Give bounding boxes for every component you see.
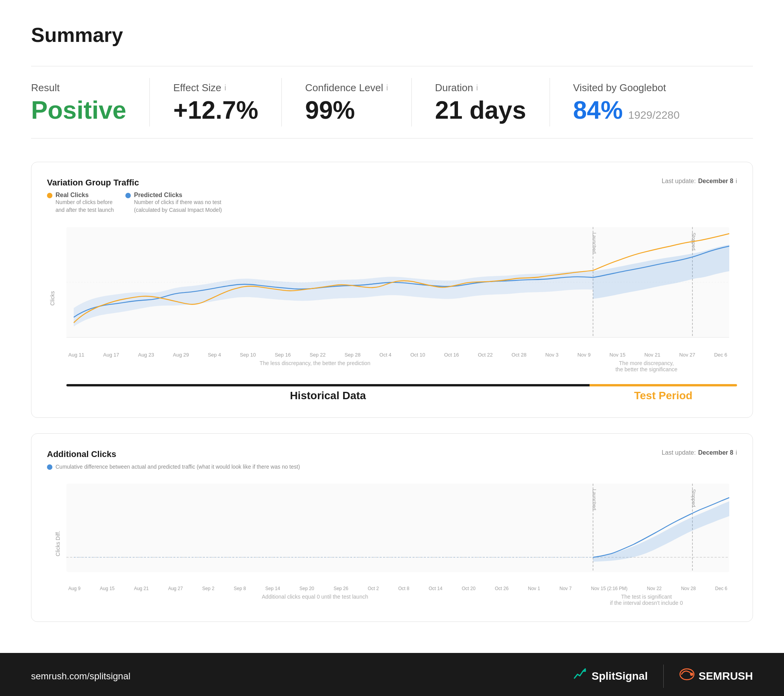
- timeline-labels: Historical Data Test Period: [66, 390, 737, 402]
- chart2-info-icon[interactable]: i: [735, 449, 737, 456]
- chart1-last-update: Last update: December 8 i: [662, 178, 737, 185]
- duration-label: Duration i: [435, 82, 526, 94]
- confidence-label: Confidence Level i: [305, 82, 388, 94]
- effect-size-label: Effect Size i: [173, 82, 258, 94]
- legend-cumulative-label: Cumulative difference between actual and…: [56, 463, 300, 471]
- effect-size-info-icon[interactable]: i: [224, 83, 226, 92]
- effect-size-value: +12.7%: [173, 98, 258, 123]
- metrics-row: Result Positive Effect Size i +12.7% Con…: [31, 66, 753, 139]
- duration-info-icon[interactable]: i: [476, 83, 478, 92]
- duration-metric: Duration i 21 days: [435, 78, 550, 126]
- result-label: Result: [31, 82, 126, 94]
- chart2-title: Additional Clicks: [47, 449, 300, 459]
- historical-data-label: Historical Data: [66, 390, 590, 402]
- chart2-note-bottom: Additional clicks equal 0 until the test…: [66, 594, 564, 606]
- confidence-metric: Confidence Level i 99%: [305, 78, 411, 126]
- chart2-bottom-notes: Additional clicks equal 0 until the test…: [66, 594, 729, 606]
- chart2-header: Additional Clicks Cumulative difference …: [47, 449, 737, 473]
- semrush-icon: [679, 667, 695, 685]
- footer-divider: [663, 665, 664, 688]
- legend-predicted-dot: [125, 193, 131, 198]
- svg-text:Launched: Launched: [591, 489, 597, 510]
- visited-metric: Visited by Googlebot 84% 1929/2280: [573, 78, 703, 126]
- legend-predicted-desc1: Number of clicks if there was no test: [134, 199, 222, 206]
- confidence-value: 99%: [305, 98, 388, 123]
- legend-real: Real Clicks Number of clicks before and …: [47, 192, 114, 214]
- visited-values: 84% 1929/2280: [573, 98, 680, 123]
- legend-predicted: Predicted Clicks Number of clicks if the…: [125, 192, 222, 214]
- legend-real-desc1: Number of clicks before: [56, 199, 114, 206]
- chart1-left: Variation Group Traffic Real Clicks Numb…: [47, 178, 222, 216]
- chart1-note-left: The less discrepancy, the better the pre…: [66, 360, 564, 372]
- visited-fraction: 1929/2280: [628, 109, 680, 121]
- result-value: Positive: [31, 98, 126, 123]
- result-metric: Result Positive: [31, 78, 150, 126]
- svg-point-16: [690, 673, 693, 676]
- footer-website: semrush.com/splitsignal: [31, 671, 130, 682]
- chart1-header: Variation Group Traffic Real Clicks Numb…: [47, 178, 737, 216]
- test-period-label: Test Period: [590, 390, 737, 402]
- chart2-last-update: Last update: December 8 i: [662, 449, 737, 456]
- semrush-logo: SEMRUSH: [679, 667, 753, 685]
- legend-predicted-desc2: (calculated by Casual Impact Model): [134, 206, 222, 214]
- chart2-legend: Cumulative difference between actual and…: [47, 463, 300, 471]
- splitsignal-icon: [573, 667, 587, 685]
- timeline-historical-bar: [66, 384, 590, 386]
- chart1-legend: Real Clicks Number of clicks before and …: [47, 192, 222, 214]
- timeline-section: Historical Data Test Period: [47, 384, 737, 402]
- confidence-info-icon[interactable]: i: [386, 83, 388, 92]
- visited-percent: 84%: [573, 98, 623, 123]
- chart1-y-label: Clicks: [49, 291, 56, 305]
- chart1-x-labels: Aug 11 Aug 17 Aug 23 Aug 29 Sep 4 Sep 10…: [66, 352, 729, 358]
- chart1-bottom-notes: The less discrepancy, the better the pre…: [66, 360, 729, 372]
- visited-label: Visited by Googlebot: [573, 82, 680, 94]
- chart2-note-right: The test is significant if the interval …: [564, 594, 729, 606]
- chart2-container: Clicks Diff. 0 Launched Stopped: [66, 481, 729, 606]
- duration-value: 21 days: [435, 98, 526, 123]
- legend-real-desc2: and after the test launch: [56, 206, 114, 214]
- splitsignal-logo: SplitSignal: [573, 667, 648, 685]
- timeline-test-bar: [590, 384, 737, 386]
- variation-traffic-card: Variation Group Traffic Real Clicks Numb…: [31, 162, 753, 418]
- footer: semrush.com/splitsignal SplitSignal: [0, 653, 784, 696]
- svg-text:Launched: Launched: [591, 233, 597, 254]
- footer-right: SplitSignal SEMRUSH: [573, 665, 753, 688]
- chart1-title: Variation Group Traffic: [47, 178, 222, 188]
- chart2-svg: 0 Launched Stopped: [66, 481, 729, 582]
- chart2-y-label: Clicks Diff.: [55, 531, 61, 556]
- legend-cumulative: Cumulative difference between actual and…: [47, 463, 300, 471]
- additional-clicks-card: Additional Clicks Cumulative difference …: [31, 433, 753, 622]
- chart1-note-right: The more discrepancy, the better the sig…: [564, 360, 729, 372]
- legend-cumulative-dot: [47, 464, 52, 470]
- chart2-x-labels: Aug 9 Aug 15 Aug 21 Aug 27 Sep 2 Sep 8 S…: [66, 586, 729, 591]
- svg-rect-8: [66, 483, 729, 572]
- legend-real-dot: [47, 193, 52, 198]
- svg-text:Stopped: Stopped: [691, 489, 696, 507]
- chart1-svg: 0 Launched Stopped: [66, 224, 729, 348]
- effect-size-metric: Effect Size i +12.7%: [173, 78, 282, 126]
- chart2-left: Additional Clicks Cumulative difference …: [47, 449, 300, 473]
- chart1-info-icon[interactable]: i: [735, 178, 737, 185]
- page-title: Summary: [31, 23, 753, 47]
